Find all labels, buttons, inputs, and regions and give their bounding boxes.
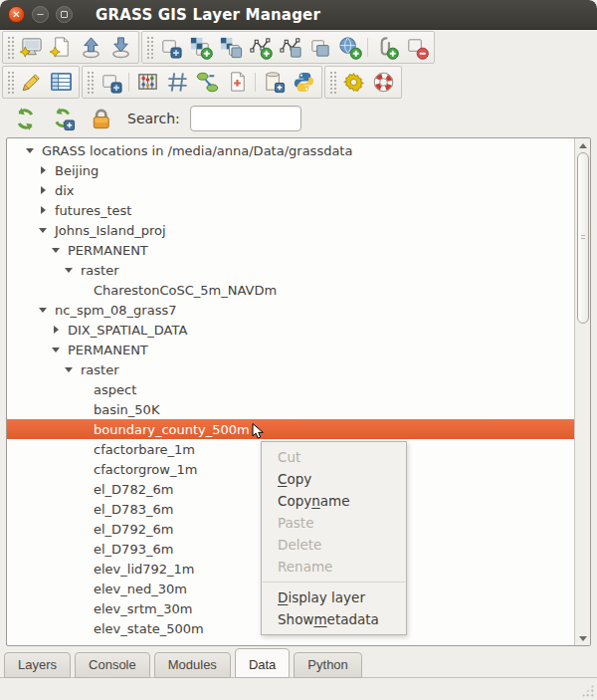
scrollbar-thumb[interactable] (577, 152, 589, 324)
maximize-button[interactable] (56, 6, 73, 23)
script-button[interactable] (259, 68, 289, 97)
tab-modules[interactable]: Modules (154, 652, 231, 678)
tree-item[interactable]: basin_50K (7, 399, 574, 419)
georectifier-button[interactable] (162, 68, 192, 97)
tree-item-label: el_D782_6m (94, 482, 173, 497)
lock-button[interactable] (86, 105, 115, 133)
collapsed-arrow-icon[interactable] (36, 166, 50, 174)
vertical-scrollbar[interactable] (574, 138, 590, 645)
add-group-button[interactable] (371, 33, 401, 62)
tree-item[interactable]: raster (7, 260, 574, 280)
menu-item-copy-name[interactable]: Copy name (262, 490, 406, 512)
tree-item[interactable]: dix (7, 180, 574, 200)
toolbar-separator (367, 38, 368, 57)
edit-vector-icon (19, 70, 44, 95)
save-workspace-icon (108, 35, 133, 60)
python-shell-button[interactable] (289, 68, 318, 97)
tree-item[interactable]: nc_spm_08_grass7 (7, 300, 574, 320)
scroll-down-icon[interactable] (577, 633, 588, 643)
reload-tree-button[interactable] (10, 105, 40, 133)
expanded-arrow-icon[interactable] (36, 308, 50, 313)
save-workspace-button[interactable] (105, 33, 135, 62)
reload-mapset-button[interactable] (48, 105, 78, 133)
graphical-modeler-icon (195, 70, 220, 95)
new-workspace-icon (49, 35, 74, 60)
menu-item-rename: Rename (262, 556, 406, 578)
collapsed-arrow-icon[interactable] (49, 326, 63, 334)
expanded-arrow-icon[interactable] (36, 228, 50, 233)
attribute-table-button[interactable] (46, 68, 76, 97)
settings-button[interactable] (338, 68, 368, 97)
tree-item[interactable]: raster (7, 359, 574, 379)
tree-item[interactable]: futures_test (7, 200, 574, 220)
tree-item-label: cfactorbare_1m (94, 442, 195, 457)
tree-item-label: elev_ned_30m (94, 582, 187, 596)
resize-grip-icon[interactable] (581, 684, 594, 697)
expanded-arrow-icon[interactable] (62, 367, 76, 372)
expanded-arrow-icon[interactable] (62, 268, 76, 273)
graphical-modeler-button[interactable] (192, 68, 222, 97)
tree-item-label: raster (81, 362, 119, 377)
add-multiple-layers-button[interactable] (155, 33, 185, 62)
tab-data[interactable]: Data (235, 648, 290, 678)
remove-layer-button[interactable] (401, 33, 431, 62)
tree-item[interactable]: PERMANENT (7, 240, 574, 260)
tree-item[interactable]: Beijing (7, 160, 574, 180)
new-workspace-button[interactable] (46, 33, 76, 62)
add-various-vector-layers-button[interactable] (275, 33, 304, 62)
lock-icon (89, 107, 113, 131)
reload-mapset-icon (51, 107, 76, 131)
new-map-display-button[interactable] (16, 33, 46, 62)
close-button[interactable]: ✕ (8, 6, 25, 23)
tree-item-label: Beijing (55, 163, 99, 178)
new-script-button[interactable] (222, 68, 252, 97)
bottom-strip (0, 678, 597, 700)
menu-item-display-layer[interactable]: Display layer (262, 586, 406, 608)
tree-item[interactable]: boundary_county_500m (7, 419, 590, 439)
tab-layers[interactable]: Layers (4, 652, 71, 678)
edit-raster-button[interactable] (96, 68, 125, 97)
add-layers-button[interactable] (304, 33, 334, 62)
tree-item-label: futures_test (55, 203, 131, 218)
expanded-arrow-icon[interactable] (49, 248, 63, 253)
tree-item-label: CharestonCoSC_5m_NAVDm (94, 283, 277, 298)
menu-item-show-metadata[interactable]: Show metadata (262, 608, 406, 630)
add-vector-layer-button[interactable] (245, 33, 275, 62)
collapsed-arrow-icon[interactable] (36, 206, 50, 214)
menu-item-copy[interactable]: Copy (262, 468, 406, 490)
toolbar-grip[interactable] (145, 35, 153, 60)
open-workspace-button[interactable] (76, 33, 105, 62)
tree-item[interactable]: PERMANENT (7, 340, 574, 359)
toolbar-grip[interactable] (6, 70, 14, 95)
toolbar-grip[interactable] (6, 35, 14, 60)
raster-calculator-button[interactable] (132, 68, 162, 97)
edit-raster-icon (99, 70, 123, 95)
tree-item[interactable]: CharestonCoSC_5m_NAVDm (7, 280, 574, 300)
add-web-layer-button[interactable] (334, 33, 364, 62)
expanded-arrow-icon[interactable] (23, 148, 37, 153)
tree-item[interactable]: GRASS locations in /media/anna/Data/gras… (7, 140, 574, 160)
scroll-up-icon[interactable] (577, 140, 588, 150)
misc-toolbar (324, 66, 402, 99)
titlebar[interactable]: ✕ ─ GRASS GIS Layer Manager (0, 0, 597, 30)
open-workspace-icon (79, 35, 103, 60)
toolbar-grip[interactable] (328, 70, 336, 95)
add-multiple-layers-icon (158, 35, 183, 60)
expanded-arrow-icon[interactable] (49, 348, 63, 352)
minimize-button[interactable]: ─ (32, 6, 49, 23)
notebook-tabbar: LayersConsoleModulesDataPython (0, 646, 597, 678)
toolbar-separator (128, 73, 129, 92)
edit-vector-button[interactable] (16, 68, 46, 97)
search-input[interactable] (190, 106, 301, 131)
grass-layer-manager-window: ✕ ─ GRASS GIS Layer Manager Search: (0, 0, 597, 700)
collapsed-arrow-icon[interactable] (36, 186, 50, 194)
toolbar-grip[interactable] (86, 70, 94, 95)
tree-item[interactable]: Johns_Island_proj (7, 220, 574, 240)
tree-item[interactable]: aspect (7, 379, 574, 399)
tab-console[interactable]: Console (75, 652, 150, 678)
add-various-raster-layers-button[interactable] (215, 33, 245, 62)
add-raster-layer-button[interactable] (185, 33, 215, 62)
tree-item[interactable]: DIX_SPATIAL_DATA (7, 320, 574, 340)
tab-python[interactable]: Python (294, 652, 361, 678)
help-button[interactable] (368, 68, 398, 97)
